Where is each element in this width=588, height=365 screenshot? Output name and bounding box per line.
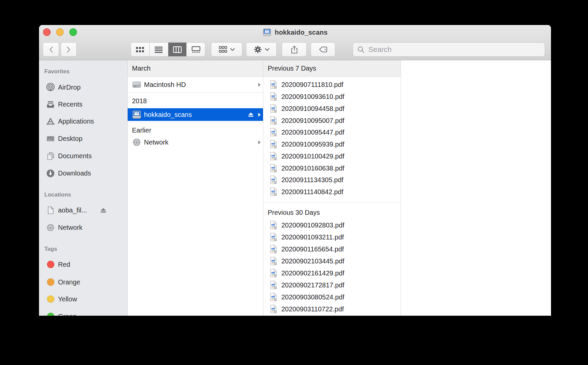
sidebar-item-desktop[interactable]: Desktop xyxy=(39,133,127,145)
pdf-file-icon xyxy=(270,92,277,101)
file-row[interactable]: 20200910095939.pdf xyxy=(263,138,401,150)
orange-tag-icon xyxy=(46,278,55,287)
search-field[interactable] xyxy=(353,42,545,57)
pdf-file-icon xyxy=(270,80,277,89)
sidebar-item-downloads[interactable]: Downloads xyxy=(39,167,127,179)
sidebar-tag-green[interactable]: Green xyxy=(39,310,127,316)
forward-button[interactable] xyxy=(61,42,77,57)
search-input[interactable] xyxy=(368,45,545,54)
sidebar-item-documents[interactable]: Documents xyxy=(39,150,127,162)
file-row[interactable]: 20200902103445.pdf xyxy=(263,255,401,267)
sidebar-tag-orange[interactable]: Orange xyxy=(39,276,127,288)
file-name: 20200910095939.pdf xyxy=(281,141,344,148)
documents-icon xyxy=(46,152,55,161)
sidebar-tag-yellow[interactable]: Yellow xyxy=(39,293,127,305)
group-header-previous-30-days: Previous 30 Days xyxy=(263,206,401,218)
minimize-button[interactable] xyxy=(56,28,64,36)
file-name: 20200902161429.pdf xyxy=(281,269,344,277)
group-header-previous-7-days: Previous 7 Days xyxy=(263,60,401,77)
sidebar-item-label: Recents xyxy=(58,101,82,108)
tags-button[interactable] xyxy=(311,42,335,57)
globe-icon xyxy=(46,223,55,232)
file-row[interactable]: 20200902161429.pdf xyxy=(263,267,401,279)
gear-icon xyxy=(254,45,262,54)
list-view-icon xyxy=(154,46,163,53)
sidebar-item-label: Applications xyxy=(58,118,94,125)
pdf-file-icon xyxy=(270,128,277,137)
downloads-icon xyxy=(46,169,55,178)
browser-column-2: Previous 7 Days 20200907111810.pdf 20200… xyxy=(263,60,401,316)
sidebar-item-label: Yellow xyxy=(58,295,77,303)
file-row[interactable]: 20200901165654.pdf xyxy=(263,243,401,255)
group-by-button[interactable] xyxy=(211,42,242,57)
file-name: 20200910160638.pdf xyxy=(281,165,344,172)
file-row[interactable]: 20200901093211.pdf xyxy=(263,231,401,243)
file-row[interactable]: 20200903110722.pdf xyxy=(263,303,401,315)
icon-view-button[interactable] xyxy=(131,43,149,56)
group-divider xyxy=(128,93,263,93)
view-mode-segmented-control xyxy=(131,42,205,57)
file-name: 20200902103445.pdf xyxy=(281,257,344,265)
back-button[interactable] xyxy=(43,42,59,57)
hard-drive-icon xyxy=(132,80,142,90)
zoom-button[interactable] xyxy=(69,28,77,36)
desktop-icon xyxy=(46,134,55,143)
file-name: 20200901165654.pdf xyxy=(281,245,344,253)
file-row[interactable]: 20200911134305.pdf xyxy=(263,174,401,186)
eject-button[interactable] xyxy=(100,207,107,215)
file-row[interactable]: 20200910100429.pdf xyxy=(263,150,401,162)
action-menu-button[interactable] xyxy=(246,42,277,57)
browser-column-3-empty xyxy=(401,60,551,316)
group-divider xyxy=(128,122,263,123)
sidebar-item-applications[interactable]: Applications xyxy=(39,115,127,127)
pdf-file-icon xyxy=(270,152,277,161)
sidebar-item-airdrop[interactable]: AirDrop xyxy=(39,81,127,93)
pdf-file-icon xyxy=(270,293,277,301)
sidebar-item-recents[interactable]: Recents xyxy=(39,98,127,110)
sidebar-item-aoba-volume[interactable]: aoba_fil... xyxy=(39,204,127,216)
file-name: 20200910100429.pdf xyxy=(281,153,344,160)
file-row[interactable]: 20200903080524.pdf xyxy=(263,291,401,303)
file-row[interactable]: 20200910095447.pdf xyxy=(263,126,401,138)
sidebar-item-label: Green xyxy=(58,313,77,316)
file-row-partial[interactable] xyxy=(263,315,401,316)
group-header-earlier: Earlier xyxy=(128,124,263,136)
pdf-file-icon xyxy=(270,187,277,196)
row-macintosh-hd[interactable]: Macintosh HD xyxy=(128,79,263,91)
pdf-file-icon xyxy=(270,257,277,265)
file-row[interactable]: 20200910093610.pdf xyxy=(263,91,401,103)
sidebar-item-label: Documents xyxy=(58,152,92,160)
group-divider xyxy=(263,202,401,203)
pdf-file-icon xyxy=(270,233,277,241)
column-view-button[interactable] xyxy=(168,43,187,56)
tag-icon xyxy=(319,46,328,53)
file-row[interactable]: 20200910094458.pdf xyxy=(263,103,401,115)
gallery-view-icon xyxy=(192,46,200,53)
close-button[interactable] xyxy=(43,28,51,36)
row-network[interactable]: Network xyxy=(128,136,263,148)
eject-button[interactable] xyxy=(248,108,254,121)
file-row[interactable]: 20200910160638.pdf xyxy=(263,162,401,174)
share-button[interactable] xyxy=(282,42,307,57)
pdf-file-icon xyxy=(270,104,277,113)
group-header-2018: 2018 xyxy=(128,95,263,107)
grid-view-icon xyxy=(136,46,144,53)
file-row[interactable]: 20200901092803.pdf xyxy=(263,219,401,231)
file-row[interactable]: 20200902172817.pdf xyxy=(263,279,401,291)
file-name: 20200902172817.pdf xyxy=(281,281,344,289)
file-name: 20200903080524.pdf xyxy=(281,293,344,301)
pdf-file-icon xyxy=(270,140,277,149)
file-row[interactable]: 20200910095007.pdf xyxy=(263,115,401,127)
file-name: 20200911134305.pdf xyxy=(281,176,343,184)
list-view-button[interactable] xyxy=(149,43,168,56)
sidebar-section-favorites: Favorites xyxy=(44,68,70,75)
sidebar-tag-red[interactable]: Red xyxy=(39,258,127,270)
back-chevron-icon xyxy=(49,46,53,53)
chevron-down-icon xyxy=(265,48,269,51)
gallery-view-button[interactable] xyxy=(186,43,205,56)
row-hokkaido-scans-selected[interactable]: hokkaido_scans xyxy=(128,108,263,121)
browser-column-1: March Macintosh HD 2018 hokkaido_scans E… xyxy=(128,60,263,316)
file-row[interactable]: 20200907111810.pdf xyxy=(263,79,401,91)
sidebar-item-network[interactable]: Network xyxy=(39,221,127,233)
file-row[interactable]: 20200911140842.pdf xyxy=(263,186,401,198)
